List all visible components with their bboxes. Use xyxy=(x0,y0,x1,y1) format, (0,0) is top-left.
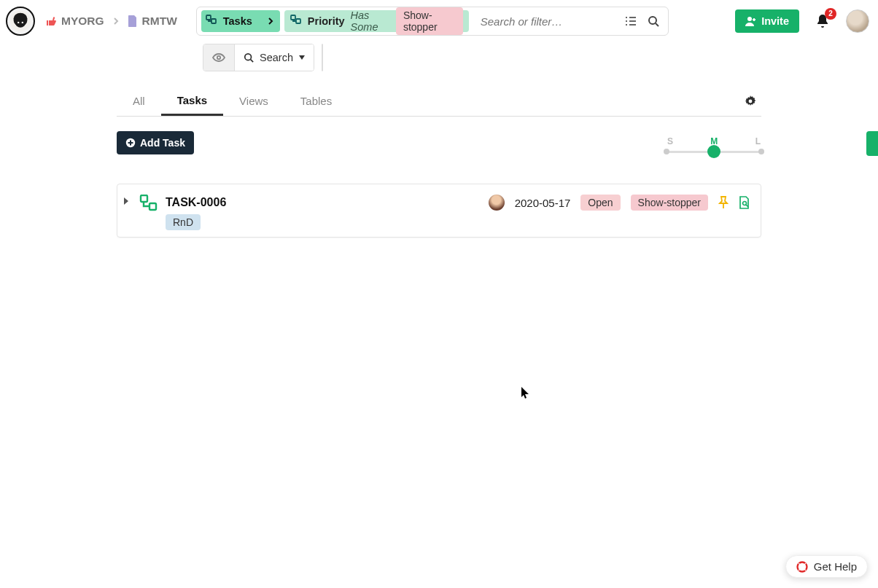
search-icon xyxy=(244,52,254,63)
slider-knob[interactable] xyxy=(707,145,720,158)
slider-label-s: S xyxy=(667,136,673,146)
add-task-button[interactable]: Add Task xyxy=(117,131,194,154)
pin-button[interactable] xyxy=(718,196,729,209)
thumbs-up-icon xyxy=(45,15,57,27)
svg-rect-6 xyxy=(296,19,300,23)
save-share-group: Share xyxy=(322,44,323,71)
notifications-button[interactable]: 2 xyxy=(815,13,830,29)
search-dropdown[interactable]: Search xyxy=(235,44,314,71)
filter-chip-tasks-label: Tasks xyxy=(223,15,252,27)
search-dropdown-label: Search xyxy=(260,52,293,63)
search-icon[interactable] xyxy=(648,15,659,27)
open-details-button[interactable] xyxy=(739,196,750,209)
user-avatar[interactable] xyxy=(846,9,869,33)
task-state-badge: Open xyxy=(580,195,620,211)
cursor-icon xyxy=(521,386,531,399)
breadcrumb-org[interactable]: MYORG xyxy=(45,15,104,28)
filter-chip-priority-label: Priority xyxy=(308,15,345,27)
app-logo[interactable] xyxy=(6,7,35,36)
svg-point-2 xyxy=(22,22,23,23)
filter-chip-priority-value: Show-stopper xyxy=(396,7,463,35)
svg-point-10 xyxy=(245,54,252,60)
task-row[interactable]: TASK-0006 2020-05-17 Open Show-stopper R… xyxy=(117,184,761,238)
add-task-label: Add Task xyxy=(140,137,185,149)
task-date: 2020-05-17 xyxy=(515,197,571,209)
tab-views[interactable]: Views xyxy=(223,86,284,116)
search-group: Search xyxy=(203,44,314,71)
breadcrumb: MYORG RMTW xyxy=(45,15,177,28)
caret-down-icon xyxy=(299,55,305,60)
right-drawer-handle[interactable] xyxy=(866,131,878,156)
svg-rect-14 xyxy=(141,195,147,202)
slider-stop xyxy=(664,149,669,154)
filter-chip-tasks[interactable]: Tasks xyxy=(201,10,280,32)
tabs: All Tasks Views Tables xyxy=(117,86,761,117)
filter-chip-priority-op: Has Some xyxy=(351,9,392,33)
document-icon xyxy=(128,15,138,27)
slider-stop xyxy=(758,149,764,154)
task-id: TASK-0006 xyxy=(166,196,226,209)
filter-chip-priority[interactable]: Priority Has Some Show-stopper xyxy=(284,10,469,32)
invite-label: Invite xyxy=(761,15,789,27)
tab-tables[interactable]: Tables xyxy=(284,86,348,116)
svg-point-9 xyxy=(217,56,220,59)
invite-button[interactable]: Invite xyxy=(735,9,799,33)
svg-point-7 xyxy=(649,17,656,24)
plus-circle-icon xyxy=(125,138,136,148)
tasks-icon xyxy=(290,15,303,28)
chevron-right-icon xyxy=(112,17,120,26)
svg-rect-4 xyxy=(211,19,216,23)
expand-caret[interactable] xyxy=(123,195,133,205)
tasks-icon xyxy=(206,15,219,28)
svg-rect-15 xyxy=(149,203,156,210)
breadcrumb-project[interactable]: RMTW xyxy=(128,15,177,28)
assignee-avatar[interactable] xyxy=(489,195,505,211)
get-help-button[interactable]: Get Help xyxy=(785,555,868,578)
tab-all[interactable]: All xyxy=(117,86,161,116)
slider-label-l: L xyxy=(755,136,761,146)
svg-point-8 xyxy=(747,17,752,21)
svg-point-16 xyxy=(743,202,747,205)
settings-button[interactable] xyxy=(739,95,761,108)
tab-tasks[interactable]: Tasks xyxy=(161,86,223,116)
edit-page-button[interactable] xyxy=(322,44,323,71)
user-plus-icon xyxy=(745,16,757,26)
svg-rect-5 xyxy=(291,15,295,20)
eye-icon xyxy=(212,52,225,63)
chevron-right-icon xyxy=(267,17,274,26)
filter-search-bar: Tasks Priority Has Some Show-stopper xyxy=(196,7,669,36)
global-search-input[interactable] xyxy=(473,15,620,28)
get-help-label: Get Help xyxy=(814,560,857,573)
breadcrumb-org-label: MYORG xyxy=(61,15,104,28)
gear-icon xyxy=(744,95,757,108)
svg-point-1 xyxy=(18,22,19,23)
svg-point-12 xyxy=(749,99,753,103)
help-ring-icon xyxy=(796,561,808,573)
visibility-toggle[interactable] xyxy=(203,44,235,71)
task-type-icon xyxy=(139,195,160,213)
task-priority-badge: Show-stopper xyxy=(631,195,708,211)
list-view-icon[interactable] xyxy=(624,15,637,27)
card-size-slider[interactable]: S M L xyxy=(667,133,761,153)
task-team-badge: RnD xyxy=(166,214,201,230)
notification-count-badge: 2 xyxy=(825,8,836,20)
svg-rect-3 xyxy=(206,15,211,20)
breadcrumb-project-label: RMTW xyxy=(142,15,177,28)
